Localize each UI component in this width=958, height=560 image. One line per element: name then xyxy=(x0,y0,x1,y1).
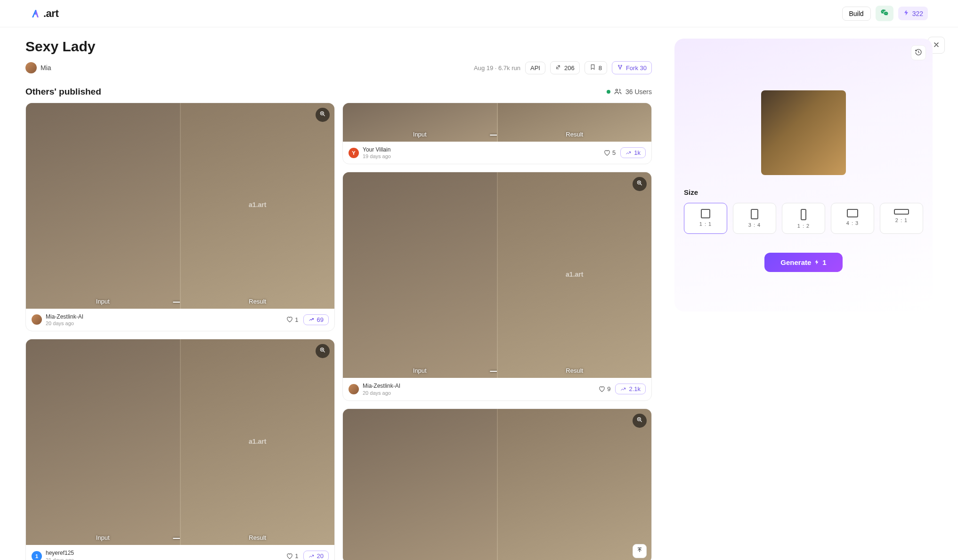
zoom-icon xyxy=(319,347,326,355)
runs-button[interactable]: 69 xyxy=(303,314,329,325)
like-count: 5 xyxy=(612,149,616,156)
watermark: a1.art xyxy=(249,438,266,445)
card-user: heyeref125 xyxy=(46,550,74,557)
card-time: 21 days ago xyxy=(46,557,74,560)
like-button[interactable]: 1 xyxy=(286,316,298,323)
runs-button[interactable]: 2.1k xyxy=(615,384,646,394)
api-button[interactable]: API xyxy=(525,62,545,74)
credits-value: 322 xyxy=(912,10,923,17)
history-button[interactable] xyxy=(911,45,926,60)
card-image: Input ⟶ a1.artResult xyxy=(26,339,334,545)
card-time: 20 days ago xyxy=(46,320,83,326)
input-label: Input xyxy=(413,367,427,378)
size-option-1-1[interactable]: 1 : 1 xyxy=(684,203,727,234)
runs-button[interactable]: 20 xyxy=(303,551,329,560)
size-option-4-3[interactable]: 4 : 3 xyxy=(831,203,874,234)
runs-button[interactable]: 1k xyxy=(620,147,646,158)
gallery-card[interactable]: Input ⟶ a1.artResult Mia-Zestlink-AI20 d… xyxy=(25,103,335,331)
ratio-icon xyxy=(894,209,909,215)
ratio-label: 1 : 1 xyxy=(699,221,712,227)
generate-cost: 1 xyxy=(822,258,826,266)
card-user: Your Villain xyxy=(363,146,391,154)
ratio-icon xyxy=(701,209,710,218)
card-time: 20 days ago xyxy=(363,390,400,396)
logo[interactable]: .art xyxy=(30,8,58,20)
gallery-card[interactable]: Input ⟶ a1.artResult Mia-Zestlink-AI20 d… xyxy=(342,172,652,400)
watermark: a1.art xyxy=(249,201,266,209)
input-label: Input xyxy=(413,131,427,142)
user-avatar xyxy=(32,314,42,325)
like-count: 1 xyxy=(295,552,298,560)
generate-label: Generate xyxy=(780,258,811,266)
ratio-label: 3 : 4 xyxy=(748,222,761,228)
user-avatar: Y xyxy=(349,148,359,158)
size-options: 1 : 13 : 41 : 24 : 32 : 1 xyxy=(684,203,923,234)
like-button[interactable]: 1 xyxy=(286,552,298,560)
runs-count: 1k xyxy=(634,149,641,156)
result-label: Result xyxy=(566,131,583,142)
zoom-button[interactable] xyxy=(633,414,647,428)
ratio-icon xyxy=(847,209,858,217)
gallery-card-partial[interactable] xyxy=(342,408,652,560)
gallery-card[interactable]: Input ⟶ Result Y Your Villain19 days ago… xyxy=(342,103,652,164)
card-image: Input ⟶ Result xyxy=(343,103,651,142)
gallery: Input ⟶ a1.artResult Mia-Zestlink-AI20 d… xyxy=(25,103,652,560)
meta-date-runs: Aug 19 · 6.7k run xyxy=(474,64,520,72)
topbar: .art Build 322 xyxy=(0,0,958,27)
bookmark-icon xyxy=(590,64,596,72)
history-icon xyxy=(915,48,922,57)
lightning-icon xyxy=(814,258,820,266)
topbar-right: Build 322 xyxy=(842,6,928,21)
fork-button[interactable]: Fork 30 xyxy=(612,61,652,74)
wechat-icon xyxy=(880,8,889,18)
like-button[interactable]: 5 xyxy=(604,149,616,156)
author-avatar xyxy=(25,62,37,73)
users-indicator: 36 Users xyxy=(607,88,652,96)
user-avatar: 1 xyxy=(32,551,42,560)
like-count: 9 xyxy=(607,385,610,392)
online-dot-icon xyxy=(607,90,610,94)
card-time: 19 days ago xyxy=(363,153,391,159)
title-row: Sexy Lady xyxy=(25,39,652,55)
lightning-icon xyxy=(903,9,909,17)
card-image xyxy=(343,409,651,560)
logo-text: .art xyxy=(43,8,58,20)
watermark: a1.art xyxy=(566,271,583,278)
scroll-top-button[interactable] xyxy=(633,544,647,558)
arrow-up-icon xyxy=(636,547,643,555)
ratio-label: 1 : 2 xyxy=(797,223,810,229)
card-image: Input ⟶ a1.artResult xyxy=(343,172,651,378)
build-button[interactable]: Build xyxy=(842,7,871,21)
zoom-icon xyxy=(636,416,643,425)
size-option-2-1[interactable]: 2 : 1 xyxy=(880,203,923,234)
zoom-icon xyxy=(319,111,326,119)
fork-label: Fork 30 xyxy=(626,64,647,72)
fork-icon xyxy=(617,64,623,72)
gallery-card[interactable]: Input ⟶ a1.artResult 1 heyeref12521 days… xyxy=(25,339,335,560)
input-label: Input xyxy=(96,534,110,545)
users-icon xyxy=(614,88,622,96)
author[interactable]: Mia xyxy=(25,62,51,73)
runs-count: 2.1k xyxy=(629,385,641,392)
generate-panel: Size 1 : 13 : 41 : 24 : 32 : 1 Generate … xyxy=(674,39,933,312)
size-option-3-4[interactable]: 3 : 4 xyxy=(733,203,776,234)
runs-count: 20 xyxy=(317,552,324,560)
size-option-1-2[interactable]: 1 : 2 xyxy=(782,203,825,234)
result-label: Result xyxy=(249,298,266,309)
runs-count: 69 xyxy=(317,316,324,323)
card-image: Input ⟶ a1.artResult xyxy=(26,103,334,309)
section-title: Others' published xyxy=(25,87,101,97)
zoom-icon xyxy=(636,180,643,188)
credits-pill[interactable]: 322 xyxy=(898,7,928,20)
wechat-pill[interactable] xyxy=(876,6,893,21)
share-icon xyxy=(555,64,561,72)
bookmark-button[interactable]: 8 xyxy=(585,61,607,74)
generate-button[interactable]: Generate 1 xyxy=(764,253,842,272)
result-label: Result xyxy=(249,534,266,545)
like-button[interactable]: 9 xyxy=(599,385,610,392)
input-preview[interactable] xyxy=(761,90,846,175)
zoom-button[interactable] xyxy=(316,108,330,122)
share-button[interactable]: 206 xyxy=(550,61,580,74)
page-title: Sexy Lady xyxy=(25,39,652,55)
input-label: Input xyxy=(96,298,110,309)
